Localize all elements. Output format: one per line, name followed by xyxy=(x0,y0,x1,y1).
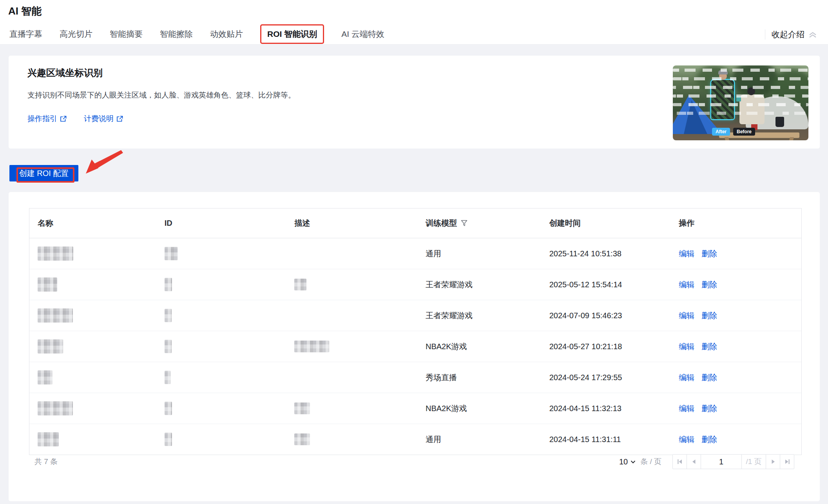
redacted-id xyxy=(165,309,172,322)
delete-link[interactable]: 删除 xyxy=(701,248,717,259)
model-cell: NBA2K游戏 xyxy=(417,341,541,352)
current-page-input[interactable]: 1 xyxy=(701,454,742,469)
redacted-id xyxy=(165,247,178,260)
created-time-cell: 2024-04-15 11:31:11 xyxy=(541,435,671,444)
pagination: 1 /1 页 xyxy=(672,454,794,469)
danmaku-overlay xyxy=(673,94,808,98)
table-header: 名称 ID 描述 训练模型 创建时间 操作 xyxy=(29,208,801,238)
guide-link-label: 操作指引 xyxy=(27,114,57,124)
delete-link[interactable]: 删除 xyxy=(701,403,717,414)
danmaku-overlay xyxy=(673,77,808,80)
redacted-name xyxy=(38,432,59,446)
column-header-name: 名称 xyxy=(29,218,156,228)
before-badge: Before xyxy=(733,128,755,136)
delete-link[interactable]: 删除 xyxy=(701,341,717,352)
tab-2[interactable]: 高光切片 xyxy=(60,29,92,40)
create-roi-config-button[interactable]: 创建 ROI 配置 xyxy=(9,165,78,181)
first-page-icon xyxy=(677,459,683,464)
prev-page-icon xyxy=(691,459,697,464)
edit-link[interactable]: 编辑 xyxy=(679,372,694,383)
page-size-value: 10 xyxy=(619,457,628,466)
redacted-name xyxy=(38,277,57,292)
chevron-double-up-icon xyxy=(808,31,817,38)
redacted-name xyxy=(38,247,73,261)
edit-link[interactable]: 编辑 xyxy=(679,310,694,321)
delete-link[interactable]: 删除 xyxy=(701,372,717,383)
tab-4[interactable]: 智能擦除 xyxy=(160,29,193,40)
table-row: NBA2K游戏 2024-05-27 10:21:18 编辑 删除 xyxy=(29,331,801,362)
intro-description: 支持识别不同场景下的人眼关注区域，如人脸、游戏英雄角色、篮球、比分牌等。 xyxy=(27,90,295,100)
edit-link[interactable]: 编辑 xyxy=(679,434,694,445)
created-time-cell: 2024-04-15 11:32:13 xyxy=(541,404,671,413)
prev-page-button[interactable] xyxy=(687,454,701,469)
model-cell: NBA2K游戏 xyxy=(417,403,541,414)
created-time-cell: 2024-05-27 10:21:18 xyxy=(541,342,671,351)
danmaku-overlay xyxy=(673,103,808,106)
kettle-shape xyxy=(775,117,784,127)
table-row: NBA2K游戏 2024-04-15 11:32:13 编辑 删除 xyxy=(29,393,801,424)
redacted-description xyxy=(294,402,310,414)
column-header-created: 创建时间 xyxy=(541,218,671,228)
redacted-description xyxy=(294,341,329,352)
danmaku-overlay xyxy=(673,86,808,89)
page-size-select[interactable]: 10 xyxy=(619,457,636,466)
danmaku-overlay xyxy=(673,112,808,115)
total-pages-label: /1 页 xyxy=(741,454,766,469)
external-link-icon xyxy=(116,116,123,122)
redacted-name xyxy=(38,370,53,384)
redacted-id xyxy=(165,278,172,291)
collapse-intro-toggle[interactable]: 收起介绍 xyxy=(765,29,817,40)
redacted-description xyxy=(294,279,306,290)
delete-link[interactable]: 删除 xyxy=(701,434,717,445)
delete-link[interactable]: 删除 xyxy=(701,279,717,290)
tab-bar: 直播字幕高光切片智能摘要智能擦除动效贴片ROI 智能识别AI 云端特效 xyxy=(9,24,384,44)
edit-link[interactable]: 编辑 xyxy=(679,403,694,414)
redacted-name xyxy=(38,308,73,323)
edit-link[interactable]: 编辑 xyxy=(679,248,694,259)
redacted-id xyxy=(165,433,172,446)
top-bar: AI 智能 直播字幕高光切片智能摘要智能擦除动效贴片ROI 智能识别AI 云端特… xyxy=(0,0,828,45)
divider xyxy=(765,29,765,40)
next-page-button[interactable] xyxy=(766,454,780,469)
tab-7[interactable]: AI 云端特效 xyxy=(341,29,384,40)
created-time-cell: 2024-05-24 17:29:55 xyxy=(541,373,671,382)
tab-3[interactable]: 智能摘要 xyxy=(110,29,143,40)
table-row: 通用 2024-04-15 11:31:11 编辑 删除 xyxy=(29,424,801,455)
model-cell: 通用 xyxy=(417,248,541,259)
picnic-table-shape xyxy=(719,132,799,138)
tab-1[interactable]: 直播字幕 xyxy=(9,29,42,40)
promo-image: After Before xyxy=(673,65,808,140)
last-page-button[interactable] xyxy=(780,454,794,469)
danmaku-overlay xyxy=(673,69,808,72)
column-header-id: ID xyxy=(156,219,286,228)
filter-icon[interactable] xyxy=(461,220,467,227)
collapse-intro-label: 收起介绍 xyxy=(772,29,804,40)
first-page-button[interactable] xyxy=(672,454,687,469)
after-badge: After xyxy=(712,128,730,136)
guide-link[interactable]: 操作指引 xyxy=(27,114,67,124)
chevron-down-icon xyxy=(631,460,636,464)
created-time-cell: 2024-07-09 15:46:23 xyxy=(541,311,671,320)
model-cell: 通用 xyxy=(417,434,541,445)
tab-6[interactable]: ROI 智能识别 xyxy=(260,24,324,44)
edit-link[interactable]: 编辑 xyxy=(679,341,694,352)
column-header-description: 描述 xyxy=(286,218,417,228)
table-body: 通用 2025-11-24 10:51:38 编辑 删除 王者荣耀游戏 2025… xyxy=(29,238,801,455)
created-time-cell: 2025-11-24 10:51:38 xyxy=(541,249,671,258)
column-header-actions: 操作 xyxy=(670,218,801,228)
edit-link[interactable]: 编辑 xyxy=(679,279,694,290)
model-cell: 王者荣耀游戏 xyxy=(417,310,541,321)
redacted-description xyxy=(294,433,310,445)
intro-title: 兴趣区域坐标识别 xyxy=(27,67,103,79)
delete-link[interactable]: 删除 xyxy=(701,310,717,321)
model-cell: 王者荣耀游戏 xyxy=(417,279,541,290)
redacted-name xyxy=(38,401,73,415)
redacted-id xyxy=(165,340,172,353)
billing-link-label: 计费说明 xyxy=(84,114,114,124)
per-page-label: 条 / 页 xyxy=(640,457,661,467)
billing-link[interactable]: 计费说明 xyxy=(84,114,123,124)
next-page-icon xyxy=(770,459,776,464)
total-count-label: 共 7 条 xyxy=(34,457,58,467)
model-cell: 秀场直播 xyxy=(417,372,541,383)
tab-5[interactable]: 动效贴片 xyxy=(210,29,243,40)
